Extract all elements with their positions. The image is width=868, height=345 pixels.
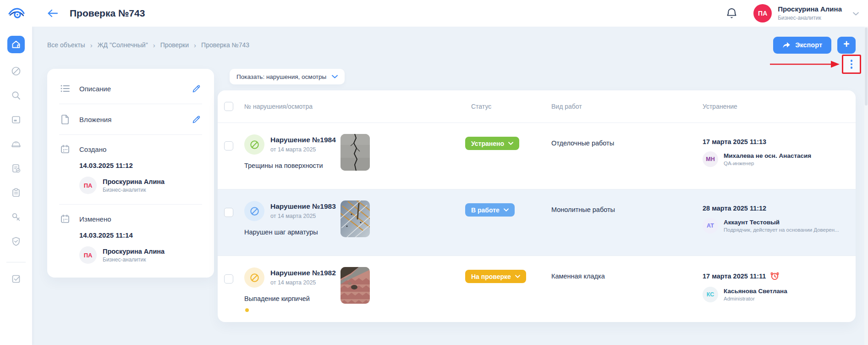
breadcrumb-object[interactable]: ЖД "Солнечный" [98,41,148,49]
breadcrumb-separator: › [90,41,93,49]
status-dropdown[interactable]: На проверке [465,270,526,283]
assignee: МН Михалева не осн. Анастасия QA-инженер [703,151,848,167]
key-icon [11,211,22,223]
status-dropdown[interactable]: Устранено [465,137,519,150]
clipboard-list-icon [11,187,22,198]
violation-description: Выпадение кирпичей [244,295,341,302]
table-header-row: № нарушения/осмотра Статус Вид работ Уст… [218,90,856,122]
filter-label: Показать: нарушения, осмотры [236,73,326,80]
avatar: МН [703,151,718,167]
sidebar-item-reports[interactable] [11,187,22,198]
violation-title-link[interactable]: Нарушение №1982 [270,267,336,277]
status-label: Устранено [471,140,504,147]
violation-date: от 14 марта 2025 [270,279,336,286]
violation-title-link[interactable]: Нарушение №1984 [270,134,336,144]
status-dropdown[interactable]: В работе [465,203,515,217]
kebab-icon [851,60,853,62]
violation-photo-bricks[interactable] [341,267,370,304]
sidebar-divider [6,262,26,262]
assignee: КС Касьянова Светлана Administrator [703,287,848,302]
violation-status-icon [244,201,264,221]
back-arrow-icon[interactable] [46,6,60,20]
kebab-menu-button[interactable] [842,55,861,74]
violation-date: от 14 марта 2025 [270,213,336,219]
sidebar-item-search[interactable] [11,90,22,101]
row-checkbox[interactable] [224,208,233,217]
home-icon [11,39,22,50]
card-icon [11,114,22,125]
app-logo-eye-icon[interactable] [7,6,26,20]
violation-status-icon [244,267,264,288]
sidebar-item-violations[interactable] [11,66,22,77]
assignee-role: Подрядчик, действует на основании Довере… [724,227,839,233]
table-row[interactable]: Нарушение №1983 от 14 марта 2025 Нарушен… [218,189,856,256]
avatar: ПА [79,177,97,194]
column-header-resolution: Устранение [697,103,848,110]
violations-table: № нарушения/осмотра Статус Вид работ Уст… [218,90,856,322]
share-arrow-icon [782,41,791,49]
sidebar-item-documents[interactable] [11,114,22,125]
assignee: АТ Аккаунт Тестовый Подрядчик, действует… [703,218,848,234]
sidebar-item-construction[interactable] [11,139,22,150]
no-entry-icon [249,139,260,150]
breadcrumb-separator: › [194,41,196,49]
add-button[interactable]: + [837,37,856,54]
avatar: АТ [703,218,718,234]
sidebar-item-home[interactable] [7,36,25,53]
violation-title-link[interactable]: Нарушение №1983 [270,201,336,211]
avatar: КС [703,287,718,302]
edit-attachments-pencil-icon[interactable] [191,114,201,124]
table-row[interactable]: Нарушение №1984 от 14 марта 2025 Трещины… [218,122,856,189]
created-user: ПА Проскурина Алина Бизнес-аналитик [79,177,201,194]
export-button[interactable]: Экспорт [773,37,831,54]
no-entry-icon [11,66,22,77]
resolution-date: 17 марта 2025 11:11 [703,273,766,280]
user-avatar[interactable]: ПА [753,4,772,22]
sidebar-item-tasks[interactable] [11,273,22,284]
breadcrumb-inspections[interactable]: Проверки [160,41,189,49]
main-content: Все объекты › ЖД "Солнечный" › Проверки … [32,27,868,345]
column-header-work-type: Вид работ [545,103,697,110]
violation-photo-rebar[interactable] [341,200,370,237]
list-icon [60,83,70,94]
notifications-bell-icon[interactable] [725,7,738,20]
scrollbar-thumb[interactable] [865,28,868,106]
sidebar-item-inspections[interactable] [11,163,22,174]
export-label: Экспорт [795,41,822,49]
alarm-clock-icon [770,271,780,281]
modified-label: Изменено [79,215,111,223]
row-checkbox[interactable] [224,274,233,284]
violation-status-icon [244,134,264,155]
sidebar-item-access[interactable] [11,211,22,223]
work-type: Отделочные работы [545,123,697,189]
chevron-down-icon [504,208,509,211]
table-row[interactable]: Нарушение №1982 от 14 марта 2025 Выпаден… [218,256,856,322]
user-menu-chevron-down-icon[interactable] [853,9,859,17]
edit-description-pencil-icon[interactable] [191,83,201,94]
show-filter-dropdown[interactable]: Показать: нарушения, осмотры [230,69,345,84]
select-all-checkbox[interactable] [224,102,233,111]
breadcrumb-all-objects[interactable]: Все объекты [47,41,85,49]
violation-photo-crack[interactable] [341,134,370,171]
kebab-icon [851,63,853,66]
checkbox-check-icon [11,273,22,284]
sidebar-nav [0,27,32,345]
user-info[interactable]: Проскурина Алина Бизнес-аналитик [778,5,842,22]
breadcrumb: Все объекты › ЖД "Солнечный" › Проверки … [47,41,249,49]
assignee-name: Михалева не осн. Анастасия [724,152,811,159]
no-entry-icon [249,206,260,217]
row-checkbox[interactable] [224,141,233,150]
column-header-number: № нарушения/осмотра [244,103,341,110]
user-name: Проскурина Алина [778,5,842,14]
status-label: На проверке [471,273,511,280]
sidebar-item-security[interactable] [11,236,22,247]
calendar-icon [60,144,70,154]
violation-description: Трещины на поверхности [244,162,341,169]
scrollbar[interactable] [864,27,868,345]
work-type: Монолитные работы [545,189,697,256]
user-role: Бизнес-аналитик [778,15,842,22]
created-user-role: Бизнес-аналитик [103,187,165,193]
topbar: Проверка №743 ПА Проскурина Алина Бизнес… [0,0,868,27]
shield-check-icon [11,236,22,247]
kebab-icon [851,67,853,69]
